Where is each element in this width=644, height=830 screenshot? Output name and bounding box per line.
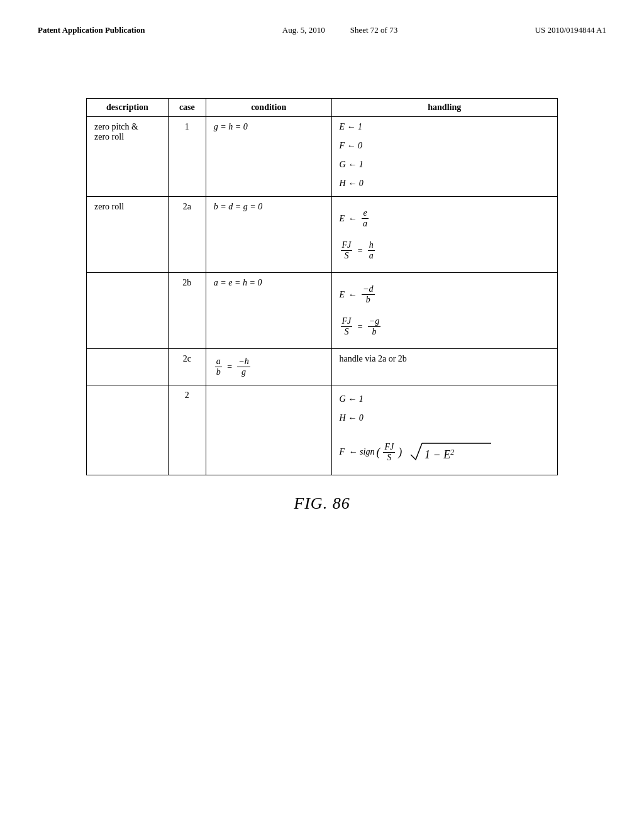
data-table: description case condition handling zero… [86,98,558,475]
fraction-h-over-a: h a [368,240,375,261]
description-cell [87,273,169,349]
math-line-2: F ← 0 [340,141,550,151]
svg-text:1 − E2: 1 − E2 [425,448,454,461]
fraction-numerator: −g [368,316,380,327]
math-expr-complex: F ← sign ( FJ S ) [340,441,550,463]
fraction-fj-over-s-2: FJ S [341,316,353,337]
math-line-g: G ← 1 [340,394,550,404]
table-row: zero roll 2a b = d = g = 0 E ← e a [87,197,558,273]
fraction-numerator: −h [237,357,250,367]
table-row: 2c a b = −h g [87,349,558,385]
figure-caption: FIG. 86 [294,494,350,513]
fraction-fj-over-s-3: FJ S [383,442,395,463]
table-row: 2b a = e = h = 0 E ← −d b [87,273,558,349]
fraction-numerator: FJ [341,316,353,327]
handling-cell: G ← 1 H ← 0 F ← sign ( FJ S ) [331,385,557,475]
math-expr-1: E ← e a [340,208,550,229]
fraction-numerator: h [368,240,375,251]
fraction-numerator: a [215,357,222,367]
fraction-denominator: a [368,251,375,261]
handling-cell: handle via 2a or 2b [331,349,557,385]
publication-date: Aug. 5, 2010 [282,25,325,35]
condition-cell: a b = −h g [206,349,331,385]
sheet-info: Sheet 72 of 73 [350,25,397,35]
handling-block: G ← 1 H ← 0 F ← sign ( FJ S ) [340,394,550,466]
fraction-numerator: e [362,208,368,219]
case-cell: 1 [168,117,206,197]
patent-number: US 2010/0194844 A1 [535,25,606,35]
page: Patent Application Publication Aug. 5, 2… [0,0,644,830]
fraction-neg-h-over-g: −h g [237,357,250,377]
math-expr-2: FJ S = −g b [340,316,550,337]
fraction-denominator: b [365,295,372,305]
case-cell: 2a [168,197,206,273]
fraction-numerator: −d [362,284,374,295]
handling-block: E ← −d b FJ S [340,282,550,340]
handling-block: E ← 1 F ← 0 G ← 1 H ← 0 [340,122,550,191]
table-row: zero pitch &zero roll 1 g = h = 0 E ← 1 … [87,117,558,197]
fraction-denominator: g [240,367,247,377]
publication-label: Patent Application Publication [38,25,145,35]
table-header-row: description case condition handling [87,99,558,117]
header-center: Aug. 5, 2010 Sheet 72 of 73 [282,25,397,35]
fraction-denominator: S [386,453,392,463]
condition-fraction: a b = −h g [214,357,324,377]
sqrt-expression: 1 − E2 [408,441,492,463]
fraction-e-over-a: e a [362,208,369,229]
condition-cell: a = e = h = 0 [206,273,331,349]
description-cell: zero pitch &zero roll [87,117,169,197]
math-line-4: H ← 0 [340,179,550,189]
description-cell [87,385,169,475]
fraction-neg-d-over-b: −d b [362,284,374,305]
handling-cell: E ← 1 F ← 0 G ← 1 H ← 0 [331,117,557,197]
col-header-condition: condition [206,99,331,117]
condition-math: g = h = 0 [214,122,248,131]
description-cell [87,349,169,385]
fraction-denominator: S [343,251,350,261]
fraction-denominator: b [370,327,377,337]
math-expr-1: E ← −d b [340,284,550,305]
handling-cell: E ← −d b FJ S [331,273,557,349]
description-cell: zero roll [87,197,169,273]
fraction-denominator: S [343,327,350,337]
fraction-a-over-b: a b [215,357,222,377]
case-cell: 2b [168,273,206,349]
col-header-case: case [168,99,206,117]
condition-math: a = e = h = 0 [214,278,262,287]
page-header: Patent Application Publication Aug. 5, 2… [38,25,606,35]
condition-cell: g = h = 0 [206,117,331,197]
case-cell: 2 [168,385,206,475]
col-header-handling: handling [331,99,557,117]
math-line-h: H ← 0 [340,413,550,423]
fraction-fj-over-s: FJ S [341,240,353,261]
handling-cell: E ← e a FJ S [331,197,557,273]
handling-block: E ← e a FJ S [340,206,550,263]
math-line-1: E ← 1 [340,122,550,132]
handling-text: handle via 2a or 2b [340,354,407,363]
math-expr-2: FJ S = h a [340,240,550,261]
table-row: 2 G ← 1 H ← 0 F ← sign ( FJ S [87,385,558,475]
sqrt-svg: 1 − E2 [411,441,492,463]
fraction-neg-g-over-b: −g b [368,316,380,337]
case-cell: 2c [168,349,206,385]
fraction-numerator: FJ [341,240,353,251]
fraction-denominator: b [215,367,222,377]
fraction-denominator: a [362,219,369,229]
condition-cell [206,385,331,475]
col-header-description: description [87,99,169,117]
fraction-numerator: FJ [383,442,395,453]
main-content: description case condition handling zero… [38,98,606,513]
condition-cell: b = d = g = 0 [206,197,331,273]
math-line-3: G ← 1 [340,160,550,170]
condition-math: b = d = g = 0 [214,202,262,211]
